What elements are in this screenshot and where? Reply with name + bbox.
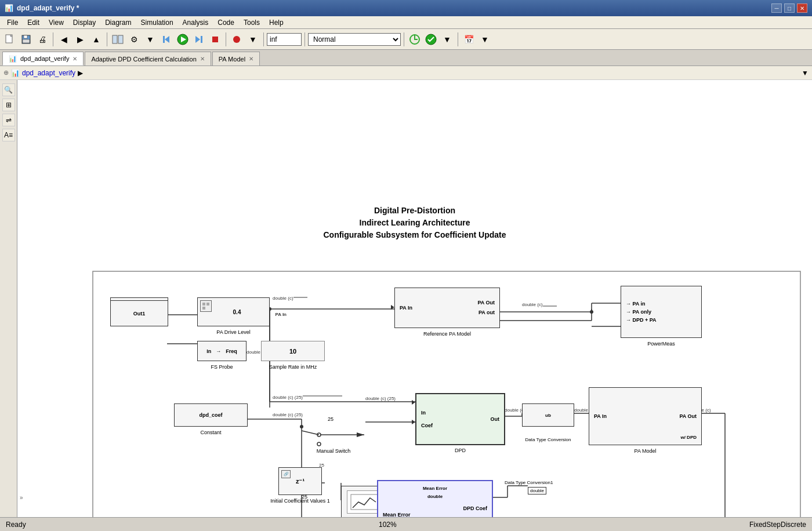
svg-point-70 <box>317 442 321 446</box>
tab-close-2[interactable]: ✕ <box>200 56 205 62</box>
breadcrumb-arrow: ▶ <box>78 69 83 77</box>
scroll-indicator: » <box>20 494 23 501</box>
forward-button[interactable]: ▶ <box>72 32 88 47</box>
menu-help[interactable]: Help <box>264 17 288 28</box>
menu-edit[interactable]: Edit <box>23 17 44 28</box>
settings-dropdown[interactable]: ▼ <box>143 32 158 47</box>
stop-button[interactable] <box>208 32 223 47</box>
arrow-button[interactable]: ⇌ <box>2 114 15 126</box>
run-button[interactable] <box>175 32 190 47</box>
ref-pa-in-label: PA In <box>400 305 412 311</box>
block-power-meas[interactable]: → PA in → PA only → DPD + PA PowerMeas <box>621 286 702 338</box>
svg-point-14 <box>233 36 240 43</box>
sim-time-input[interactable] <box>267 33 302 46</box>
block-sample-rate[interactable]: 10 Sample Rate in MHz <box>261 341 325 361</box>
dtc1-label-text: Data Type Conversion1 <box>505 480 553 485</box>
signal-label-4: double (c) (25) <box>365 396 396 401</box>
new-button[interactable] <box>2 32 17 47</box>
tab-dpd-adapt-verify[interactable]: 📊 dpd_adapt_verify ✕ <box>2 52 84 66</box>
svg-point-58 <box>590 310 593 314</box>
check-dropdown[interactable]: ▼ <box>440 32 455 47</box>
maximize-button[interactable]: □ <box>784 3 795 13</box>
check-button[interactable] <box>423 32 438 47</box>
status-text: Ready <box>6 521 26 529</box>
separator-3 <box>226 32 226 46</box>
block-caption-initial-coef: Initial Coefficient Values 1 <box>270 498 330 504</box>
window-controls: ─ □ ✕ <box>771 3 807 13</box>
save-button[interactable] <box>19 32 34 47</box>
menu-code[interactable]: Code <box>213 17 239 28</box>
tab-adaptive-dpd[interactable]: Adaptive DPD Coefficient Calculation ✕ <box>85 52 211 66</box>
w-dpd-label-inside: w/ DPD <box>680 435 697 440</box>
update-button[interactable] <box>407 32 422 47</box>
settings-button[interactable]: ⚙ <box>126 32 142 47</box>
menu-view[interactable]: View <box>44 17 68 28</box>
close-button[interactable]: ✕ <box>797 3 807 13</box>
adpd-mean-error-top: Mean Error <box>423 486 447 491</box>
calendar-button[interactable]: 📅 <box>461 32 476 47</box>
fit-button[interactable]: ⊞ <box>2 99 15 111</box>
zoom-in-button[interactable]: 🔍 <box>2 83 15 96</box>
dpd-coef-label: Coef <box>421 423 433 428</box>
block-fs-probe[interactable]: In → Freq FS Probe <box>197 341 246 361</box>
block-out1[interactable]: Out1 <box>110 300 168 326</box>
sim-mode-select[interactable]: Normal Accelerator Rapid Accelerator <box>308 33 401 46</box>
record-button[interactable] <box>229 32 244 47</box>
block-pa-drive-level[interactable]: 0.4 PA Drive Level PA In <box>197 297 270 326</box>
manual-switch-25-label: 25 <box>328 416 334 422</box>
breadcrumb-path[interactable]: dpd_adapt_verify <box>22 69 75 77</box>
svg-rect-5 <box>113 35 117 43</box>
calendar-dropdown[interactable]: ▼ <box>477 32 492 47</box>
back-button[interactable]: ◀ <box>56 32 71 47</box>
tab-pa-model[interactable]: PA Model ✕ <box>212 52 260 66</box>
step-back-button[interactable] <box>159 32 174 47</box>
menu-diagram[interactable]: Diagram <box>100 17 136 28</box>
menu-analysis[interactable]: Analysis <box>178 17 213 28</box>
block-pa-model-right[interactable]: PA In PA Out PA Model w/ DPD <box>589 387 702 445</box>
status-bar: Ready 102% FixedStepDiscrete <box>0 517 812 531</box>
block-caption-power-meas: PowerMeas <box>647 341 675 347</box>
svg-rect-73 <box>351 494 378 510</box>
separator-7 <box>458 32 458 46</box>
menu-display[interactable]: Display <box>68 17 100 28</box>
app-icon: 📊 <box>5 4 13 12</box>
block-caption-pa-model: PA Model <box>635 448 657 454</box>
menu-simulation[interactable]: Simulation <box>136 17 178 28</box>
menu-tools[interactable]: Tools <box>239 17 264 28</box>
block-caption-pa-drive: PA Drive Level <box>216 329 250 335</box>
text-button[interactable]: A≡ <box>2 129 15 141</box>
record-dropdown[interactable]: ▼ <box>245 32 260 47</box>
block-adaptive-dpd[interactable]: Mean Error PA In PA Out DPD Coef Mean Er… <box>377 480 493 517</box>
z1-25-label: 25 <box>302 494 307 500</box>
block-delay[interactable]: 🔗 z⁻¹ Initial Coefficient Values 1 <box>278 467 322 495</box>
menu-file[interactable]: File <box>2 17 23 28</box>
svg-rect-12 <box>201 36 202 43</box>
svg-rect-3 <box>24 35 27 38</box>
svg-rect-13 <box>212 37 218 42</box>
block-caption-dtc: Data Type Conversion <box>525 437 571 442</box>
separator-1 <box>53 32 53 46</box>
pa-model-in-label: PA In <box>594 413 607 419</box>
signal-label-1: double (c) <box>273 296 293 301</box>
canvas-area[interactable]: Digital Pre-Distortion Indirect Learing … <box>17 80 812 517</box>
up-button[interactable]: ▲ <box>89 32 104 47</box>
breadcrumb-bar: ⊕ 📊 dpd_adapt_verify ▶ ▼ <box>0 66 812 80</box>
left-toolbar: 🔍 ⊞ ⇌ A≡ <box>0 80 17 517</box>
tab-close-3[interactable]: ✕ <box>249 56 253 62</box>
block-manual-switch[interactable]: Manual Switch <box>302 422 365 448</box>
delay-value: z⁻¹ <box>296 478 304 485</box>
window-title: dpd_adapt_verify * <box>17 4 79 12</box>
library-button[interactable] <box>110 32 125 47</box>
block-reference-pa-model[interactable]: PA In PA Out PA out Reference PA Model <box>394 288 500 328</box>
signal-label-9: double (c) (25) <box>273 412 303 417</box>
block-dpd[interactable]: In Coef Out DPD <box>415 393 505 445</box>
minimize-button[interactable]: ─ <box>771 3 782 13</box>
block-data-type-conv[interactable]: ub Data Type Conversion <box>522 403 574 427</box>
step-button[interactable] <box>191 32 206 47</box>
svg-marker-7 <box>165 36 169 43</box>
print-button[interactable]: 🖨 <box>35 32 50 47</box>
fs-probe-in: In <box>206 348 211 354</box>
block-constant[interactable]: dpd_coef Constant <box>174 403 248 427</box>
tab-close-1[interactable]: ✕ <box>72 56 77 62</box>
out1-label: Out1 <box>133 311 146 317</box>
